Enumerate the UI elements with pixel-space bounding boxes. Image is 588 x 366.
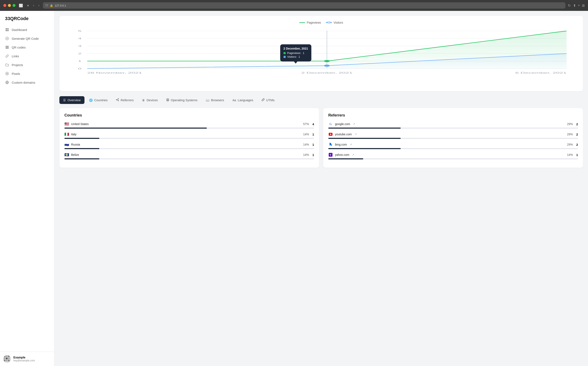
tab-overview[interactable]: ☰ Overview (59, 96, 84, 104)
sidebar-item-links[interactable]: Links (2, 52, 52, 60)
link-tab-icon (262, 98, 264, 102)
table-row: 🇺🇸 United States 57% 4 (64, 122, 314, 129)
referrer-count-google: 2 (576, 122, 578, 126)
browser-chrome: ⬜ ▾ ‹ › 🛡 🔒 127.0.0.1 ↻ ⬆ + ⊞ (0, 0, 588, 11)
svg-rect-28 (6, 360, 8, 361)
sidebar-item-projects[interactable]: Projects (2, 61, 52, 69)
progress-track-youtube (328, 138, 578, 139)
country-percent-bz: 14% (303, 153, 309, 156)
close-button[interactable] (3, 4, 6, 7)
main-content: Pageviews Visitors 5 4 3 2 1 (54, 11, 588, 366)
flag-ru: 🇷🇺 (64, 142, 69, 147)
svg-text:2 December, 2021: 2 December, 2021 (301, 71, 353, 74)
progress-track-google (328, 128, 578, 129)
svg-rect-9 (8, 46, 8, 47)
tab-referrers[interactable]: Referrers (112, 96, 138, 104)
flag-us: 🇺🇸 (64, 122, 69, 126)
sidebar-item-qr-codes[interactable]: QR codes (2, 43, 52, 52)
svg-rect-0 (6, 28, 7, 30)
svg-text:0: 0 (78, 67, 82, 70)
svg-text:28 November, 2021: 28 November, 2021 (87, 71, 142, 74)
circle-dot-icon (5, 71, 9, 76)
referrer-name-google: google.com (335, 122, 350, 126)
new-tab-button[interactable]: + (578, 4, 580, 8)
user-info: Example hey@example.com (13, 356, 35, 362)
country-percent-ru: 14% (303, 143, 309, 146)
svg-text:3: 3 (78, 45, 82, 47)
chart-legend: Pageviews Visitors (64, 21, 578, 24)
yahoo-icon: Y (328, 152, 333, 157)
chart-card: Pageviews Visitors 5 4 3 2 1 (59, 16, 583, 91)
svg-rect-23 (8, 356, 10, 357)
svg-text:6 December, 2021: 6 December, 2021 (515, 71, 566, 74)
plus-circle-icon (5, 36, 9, 41)
url-text: 127.0.0.1 (55, 4, 66, 7)
globe-icon (5, 80, 9, 84)
external-link-bing[interactable]: ↗ (350, 143, 352, 146)
sidebar-item-pixels[interactable]: Pixels (2, 69, 52, 78)
tab-operating-systems[interactable]: Operating Systems (162, 96, 201, 104)
folder-icon (5, 63, 9, 67)
lock-icon: 🔒 (50, 4, 53, 7)
progress-fill-bing (328, 148, 401, 149)
table-row: youtube.com ↗ 29% 2 (328, 132, 578, 139)
sidebar-footer: Example hey@example.com (0, 351, 54, 366)
tab-languages[interactable]: Aa Languages (229, 96, 257, 104)
share-button[interactable]: ⬆ (573, 4, 576, 8)
tab-countries[interactable]: 🌐 Countries (85, 96, 112, 104)
external-link-yahoo[interactable]: ↗ (352, 153, 354, 156)
tab-browsers[interactable]: 📖 Browsers (202, 96, 228, 104)
sidebar-item-generate-qr[interactable]: Generate QR Code (2, 34, 52, 43)
avatar (3, 355, 11, 363)
refresh-button[interactable]: ↻ (568, 4, 571, 8)
svg-rect-15 (8, 48, 8, 49)
referrer-name-bing: bing.com (335, 143, 347, 146)
svg-line-53 (117, 99, 118, 100)
sidebar-item-custom-domains[interactable]: Custom domains (2, 78, 52, 87)
minimize-button[interactable] (8, 4, 11, 7)
youtube-icon (328, 132, 333, 137)
google-icon: G (328, 122, 333, 126)
sidebar-toggle-button[interactable]: ⬜ (18, 3, 24, 8)
svg-rect-3 (7, 30, 8, 31)
monitor-icon: 🖥 (142, 99, 145, 102)
maximize-button[interactable] (13, 4, 15, 7)
progress-fill-bz (64, 158, 99, 159)
country-count-bz: 1 (312, 153, 314, 157)
svg-rect-21 (4, 356, 5, 357)
globe-tab-icon: 🌐 (89, 99, 93, 102)
back-button[interactable]: ‹ (32, 3, 35, 8)
country-name-us: United States (71, 122, 89, 126)
table-row: 🇷🇺 Russia 14% 1 (64, 142, 314, 149)
country-percent-it: 14% (303, 133, 309, 136)
progress-track-ru (64, 148, 314, 149)
svg-point-17 (7, 73, 8, 74)
svg-rect-1 (7, 28, 8, 30)
table-row: 🇮🇹 Italy 14% 1 (64, 132, 314, 139)
forward-button[interactable]: › (38, 3, 40, 8)
address-bar[interactable]: 🛡 🔒 127.0.0.1 (43, 2, 565, 8)
table-row: 🇧🇿 Belize 14% 1 (64, 152, 314, 159)
country-count-it: 1 (312, 133, 314, 136)
share-icon (116, 98, 119, 102)
grid-icon (5, 28, 9, 32)
layers-icon (166, 98, 169, 102)
svg-rect-10 (6, 47, 7, 48)
progress-fill-us (64, 128, 207, 129)
type-icon: Aa (233, 99, 236, 102)
svg-text:4: 4 (78, 37, 82, 40)
svg-rect-12 (8, 47, 8, 48)
tab-utms[interactable]: UTMs (258, 96, 278, 104)
traffic-lights (3, 4, 15, 7)
data-cards: Countries 🇺🇸 United States 57% 4 (59, 108, 583, 168)
referrer-percent-bing: 29% (567, 143, 573, 146)
app-layout: 33QRCode Dashboard Generate QR Code (0, 11, 588, 366)
external-link-youtube[interactable]: ↗ (355, 133, 357, 136)
external-link-google[interactable]: ↗ (353, 122, 355, 125)
svg-rect-11 (7, 47, 8, 48)
tabs-button[interactable]: ⊞ (582, 4, 585, 8)
tab-devices[interactable]: 🖥 Devices (138, 96, 161, 104)
sidebar-item-dashboard[interactable]: Dashboard (2, 25, 52, 34)
country-name-bz: Belize (71, 153, 79, 156)
tab-overview-button[interactable]: ▾ (26, 3, 30, 8)
